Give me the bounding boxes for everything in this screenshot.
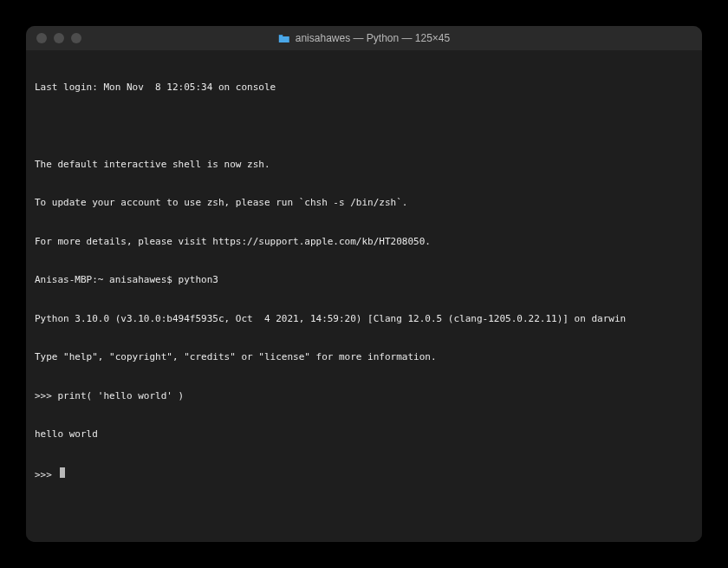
terminal-line: For more details, please visit https://s… <box>35 236 693 249</box>
terminal-prompt-line: >>> <box>35 467 693 482</box>
window-title: anisahawes — Python — 125×45 <box>296 32 450 44</box>
terminal-line: To update your account to use zsh, pleas… <box>35 197 693 210</box>
window-title-group: anisahawes — Python — 125×45 <box>278 32 450 44</box>
terminal-line: Last login: Mon Nov 8 12:05:34 on consol… <box>35 82 693 95</box>
python-prompt: >>> <box>35 469 58 482</box>
traffic-lights <box>26 33 81 43</box>
terminal-line: Type "help", "copyright", "credits" or "… <box>35 351 693 364</box>
terminal-line: The default interactive shell is now zsh… <box>35 159 693 172</box>
terminal-line: Python 3.10.0 (v3.10.0:b494f5935c, Oct 4… <box>35 313 693 326</box>
close-icon[interactable] <box>36 33 47 43</box>
terminal-line: >>> print( 'hello world' ) <box>35 390 693 403</box>
terminal-line: hello world <box>35 428 693 441</box>
terminal-window: anisahawes — Python — 125×45 Last login:… <box>26 26 702 542</box>
folder-icon <box>278 34 290 43</box>
maximize-icon[interactable] <box>71 33 81 43</box>
terminal-line: Anisas-MBP:~ anisahawes$ python3 <box>35 274 693 287</box>
terminal-line <box>35 120 693 133</box>
minimize-icon[interactable] <box>54 33 64 43</box>
cursor-icon <box>60 467 65 478</box>
window-titlebar[interactable]: anisahawes — Python — 125×45 <box>26 26 702 50</box>
terminal-body[interactable]: Last login: Mon Nov 8 12:05:34 on consol… <box>26 50 702 542</box>
